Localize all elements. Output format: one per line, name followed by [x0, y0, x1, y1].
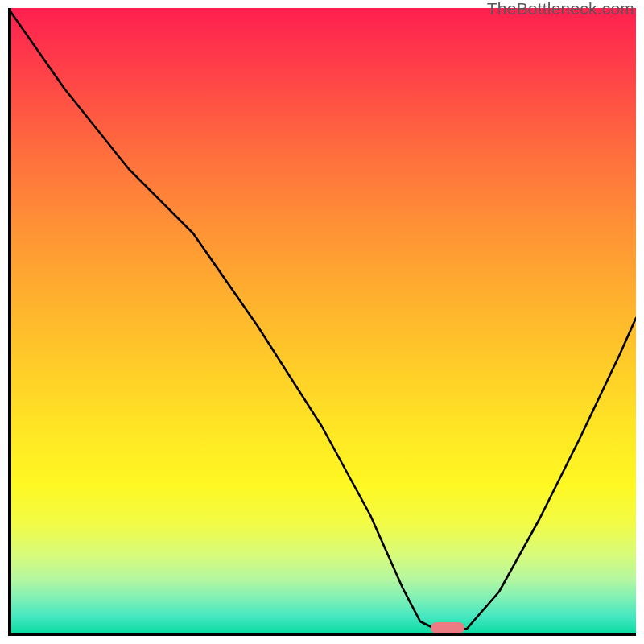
- bottleneck-chart: TheBottleneck.com: [0, 0, 644, 644]
- chart-background-gradient: [8, 8, 636, 636]
